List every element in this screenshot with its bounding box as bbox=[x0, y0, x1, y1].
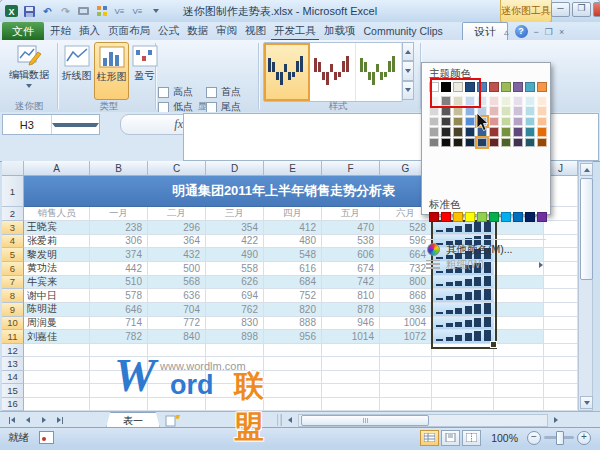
cell-J[interactable] bbox=[544, 262, 578, 276]
horizontal-scroll-thumb[interactable] bbox=[301, 415, 429, 426]
cell-value[interactable]: 898 bbox=[206, 330, 264, 344]
zoom-slider[interactable] bbox=[544, 436, 574, 439]
cell-J[interactable] bbox=[544, 248, 578, 262]
theme-color-variant-swatch[interactable] bbox=[525, 138, 535, 148]
addin-v-icon-1[interactable]: V≡ bbox=[112, 4, 127, 18]
close-button[interactable]: × bbox=[593, 2, 600, 17]
empty-cell[interactable] bbox=[380, 384, 432, 397]
cell-I[interactable] bbox=[494, 303, 544, 317]
empty-cell[interactable] bbox=[264, 357, 322, 370]
theme-color-variant-swatch[interactable] bbox=[489, 138, 499, 148]
screenshot-icon[interactable] bbox=[76, 4, 91, 18]
cell-value[interactable]: 490 bbox=[206, 248, 264, 262]
cell-value[interactable]: 548 bbox=[264, 248, 322, 262]
standard-color-swatch[interactable] bbox=[465, 212, 475, 222]
last-sheet-icon[interactable] bbox=[52, 414, 68, 427]
theme-color-swatch[interactable] bbox=[525, 82, 535, 92]
cell-value[interactable]: 810 bbox=[322, 289, 380, 303]
empty-cell[interactable] bbox=[544, 371, 578, 384]
empty-cell[interactable] bbox=[432, 384, 494, 397]
theme-color-variant-swatch[interactable] bbox=[537, 106, 547, 116]
row-header-9[interactable]: 9 bbox=[2, 303, 24, 317]
standard-color-swatch[interactable] bbox=[501, 212, 511, 222]
tab-插入[interactable]: 插入 bbox=[75, 22, 104, 40]
theme-color-variant-swatch[interactable] bbox=[525, 96, 535, 106]
theme-color-variant-swatch[interactable] bbox=[537, 127, 547, 137]
cell-value[interactable]: 422 bbox=[206, 235, 264, 249]
cell-value[interactable]: 1072 bbox=[380, 330, 432, 344]
zoom-in-icon[interactable]: + bbox=[577, 431, 591, 445]
standard-color-swatch[interactable] bbox=[477, 212, 487, 222]
save-icon[interactable] bbox=[22, 4, 37, 18]
workbook-restore-icon[interactable]: ❐ bbox=[545, 27, 553, 37]
standard-color-swatch[interactable] bbox=[441, 212, 451, 222]
theme-color-variant-swatch[interactable] bbox=[465, 117, 475, 127]
row-header-3[interactable]: 3 bbox=[2, 221, 24, 235]
theme-color-variant-swatch[interactable] bbox=[429, 117, 439, 127]
cell-name[interactable]: 谢中日 bbox=[24, 289, 90, 303]
theme-color-variant-swatch[interactable] bbox=[537, 138, 547, 148]
theme-color-variant-swatch[interactable] bbox=[441, 127, 451, 137]
standard-color-swatch[interactable] bbox=[525, 212, 535, 222]
empty-cell[interactable] bbox=[264, 344, 322, 357]
column-header-A[interactable]: A bbox=[24, 161, 90, 176]
next-sheet-icon[interactable] bbox=[36, 414, 52, 427]
cell-value[interactable]: 694 bbox=[206, 289, 264, 303]
zoom-slider-handle[interactable] bbox=[556, 431, 564, 445]
more-colors-item[interactable]: 其他颜色(M)... bbox=[424, 242, 548, 257]
cell-name[interactable]: 陈明进 bbox=[24, 303, 90, 317]
cell-value[interactable]: 364 bbox=[148, 235, 206, 249]
row-header-7[interactable]: 7 bbox=[2, 276, 24, 290]
insert-sheet-icon[interactable] bbox=[165, 414, 181, 427]
cell-value[interactable]: 636 bbox=[148, 289, 206, 303]
header-cell-二月[interactable]: 二月 bbox=[148, 207, 206, 221]
empty-cell[interactable] bbox=[380, 398, 432, 411]
insert-function-button[interactable]: fx bbox=[120, 114, 192, 135]
theme-color-swatch[interactable] bbox=[537, 82, 547, 92]
theme-color-variant-swatch[interactable] bbox=[525, 117, 535, 127]
checkbox-高点[interactable]: 高点 bbox=[158, 85, 193, 99]
row-header-12[interactable]: 12 bbox=[2, 344, 24, 357]
theme-color-variant-swatch[interactable] bbox=[513, 127, 523, 137]
cell-value[interactable]: 296 bbox=[148, 221, 206, 235]
empty-cell[interactable] bbox=[494, 357, 544, 370]
theme-color-variant-swatch[interactable] bbox=[453, 117, 463, 127]
cell-value[interactable]: 868 bbox=[380, 289, 432, 303]
theme-color-variant-swatch[interactable] bbox=[489, 127, 499, 137]
empty-cell[interactable] bbox=[432, 371, 494, 384]
cell-I[interactable] bbox=[494, 330, 544, 344]
cell-value[interactable]: 606 bbox=[322, 248, 380, 262]
edit-data-button[interactable]: 编辑数据 bbox=[3, 42, 55, 98]
prev-sheet-icon[interactable] bbox=[20, 414, 36, 427]
cell-value[interactable]: 538 bbox=[322, 235, 380, 249]
cell-name[interactable]: 牛宾来 bbox=[24, 276, 90, 290]
theme-color-swatch[interactable] bbox=[489, 82, 499, 92]
empty-cell[interactable] bbox=[322, 371, 380, 384]
theme-color-variant-swatch[interactable] bbox=[429, 138, 439, 148]
style-gallery-item[interactable] bbox=[310, 43, 356, 101]
column-header-F[interactable]: F bbox=[322, 161, 380, 176]
type-winloss-button[interactable]: 盈亏 bbox=[128, 42, 161, 98]
cell-value[interactable]: 558 bbox=[206, 262, 264, 276]
undo-icon[interactable]: ↶ bbox=[40, 4, 55, 18]
row-header-11[interactable]: 11 bbox=[2, 330, 24, 344]
empty-cell[interactable] bbox=[206, 344, 264, 357]
maximize-button[interactable]: ❐ bbox=[572, 2, 591, 17]
cell-value[interactable]: 782 bbox=[90, 330, 148, 344]
row-header-16[interactable]: 16 bbox=[2, 398, 24, 411]
empty-cell[interactable] bbox=[380, 344, 432, 357]
empty-cell[interactable] bbox=[322, 344, 380, 357]
cell-value[interactable]: 500 bbox=[148, 262, 206, 276]
name-box-arrow-icon[interactable] bbox=[51, 115, 100, 134]
tab-Community Clips[interactable]: Community Clips bbox=[360, 22, 447, 40]
theme-color-variant-swatch[interactable] bbox=[513, 138, 523, 148]
theme-color-variant-swatch[interactable] bbox=[429, 127, 439, 137]
cell-value[interactable]: 752 bbox=[264, 289, 322, 303]
empty-cell[interactable] bbox=[544, 384, 578, 397]
cell-name[interactable]: 王晓宾 bbox=[24, 221, 90, 235]
cell-I[interactable] bbox=[494, 317, 544, 331]
minimize-button[interactable]: ─ bbox=[551, 2, 570, 17]
cell-value[interactable]: 956 bbox=[264, 330, 322, 344]
tab-加载项[interactable]: 加载项 bbox=[320, 22, 360, 40]
tab-file[interactable]: 文件 bbox=[2, 22, 44, 40]
